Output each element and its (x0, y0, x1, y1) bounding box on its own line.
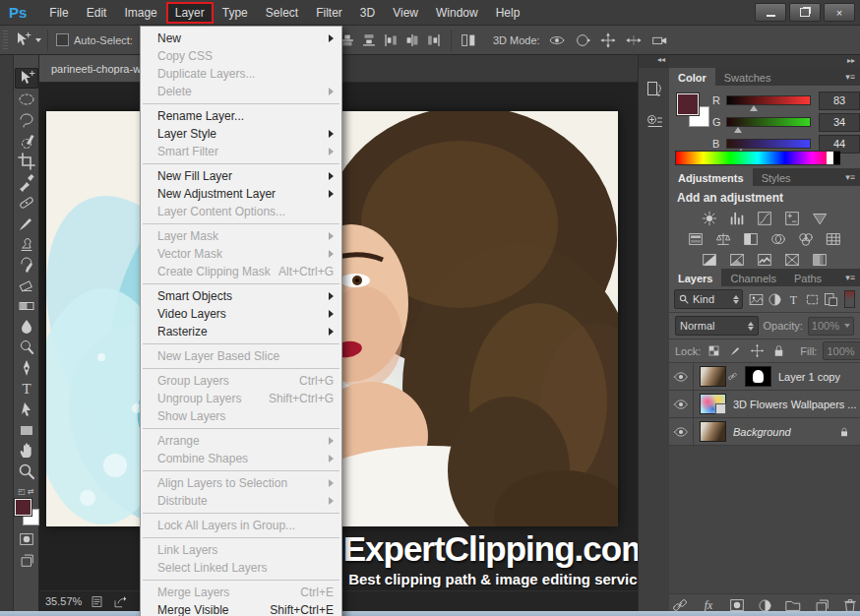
dodge-tool[interactable] (15, 337, 38, 357)
lock-position-icon[interactable] (750, 343, 765, 358)
gradient-map-icon[interactable] (810, 250, 830, 269)
blur-tool[interactable] (15, 316, 38, 337)
selective-color-icon[interactable] (782, 250, 803, 269)
3d-camera-icon[interactable] (648, 30, 670, 51)
crop-tool[interactable] (15, 151, 38, 171)
lock-paint-icon[interactable] (728, 343, 743, 358)
status-export-icon[interactable] (112, 594, 127, 609)
properties-panel-icon[interactable] (642, 109, 667, 135)
menu-view[interactable]: View (384, 2, 427, 24)
pen-tool[interactable] (15, 357, 38, 378)
menu-item-video-layers[interactable]: Video Layers (141, 305, 341, 323)
adjustments-tab-adjustments[interactable]: Adjustments (669, 168, 753, 186)
layers-panel-menu-icon[interactable]: ▾≡ (845, 269, 860, 286)
lasso-tool[interactable] (15, 109, 38, 130)
layers-tab-paths[interactable]: Paths (785, 269, 830, 286)
menu-item-merge-visible[interactable]: Merge VisibleShift+Ctrl+E (141, 601, 341, 616)
color-spectrum-ramp[interactable] (675, 151, 840, 165)
eraser-tool[interactable] (15, 275, 38, 295)
menu-window[interactable]: Window (427, 2, 487, 24)
gradient-tool[interactable] (15, 295, 38, 316)
eyedropper-tool[interactable] (15, 171, 38, 192)
color-tab-color[interactable]: Color (669, 68, 715, 86)
auto-select-checkbox[interactable] (56, 33, 69, 46)
menu-help[interactable]: Help (487, 2, 529, 24)
marquee-tool[interactable] (15, 89, 38, 109)
lock-transparent-icon[interactable] (706, 343, 721, 358)
menu-image[interactable]: Image (115, 2, 165, 24)
channel-mixer-icon[interactable] (796, 229, 817, 248)
channel-r-slider[interactable] (726, 95, 811, 105)
menu-edit[interactable]: Edit (78, 2, 116, 24)
exposure-icon[interactable] (782, 209, 803, 227)
status-doc-icon[interactable] (90, 594, 104, 609)
history-panel-icon[interactable] (642, 76, 667, 101)
filter-smart-objects-icon[interactable] (822, 290, 840, 308)
opacity-value[interactable]: 100% (808, 317, 854, 336)
clone-stamp-tool[interactable] (15, 233, 38, 254)
layer-name[interactable]: 3D Flowers Wallpapers ... (733, 399, 857, 410)
layer-row-3d-flowers-wallpapers[interactable]: 3D Flowers Wallpapers ... (669, 391, 860, 418)
layers-tab-layers[interactable]: Layers (669, 269, 721, 286)
hue-saturation-icon[interactable] (686, 229, 706, 248)
quick-selection-tool[interactable] (15, 130, 38, 151)
menu-item-layer-style[interactable]: Layer Style (141, 125, 341, 143)
expand-panels-icon[interactable]: ▸▸ (669, 55, 860, 68)
history-brush-tool[interactable] (15, 254, 38, 275)
white-cell[interactable] (827, 152, 833, 164)
layer-name[interactable]: Background (733, 426, 791, 438)
layer-mask-thumbnail[interactable] (745, 366, 771, 387)
lock-all-icon[interactable] (771, 343, 786, 358)
3d-roll-icon[interactable] (572, 30, 593, 51)
visibility-eye-icon[interactable] (673, 424, 689, 440)
threshold-icon[interactable] (755, 250, 775, 269)
color-tab-swatches[interactable]: Swatches (715, 68, 780, 86)
3d-orbit-icon[interactable] (546, 30, 568, 51)
path-selection-tool[interactable] (15, 399, 38, 419)
levels-icon[interactable] (727, 209, 748, 227)
zoom-level[interactable]: 35.57% (45, 595, 82, 607)
visibility-eye-icon[interactable] (673, 397, 689, 412)
slider-thumb-icon[interactable] (750, 105, 758, 111)
filter-type-layers-icon[interactable]: T (784, 290, 803, 308)
screen-mode-icon[interactable] (15, 549, 38, 570)
visibility-eye-icon[interactable] (673, 369, 689, 385)
channel-g-slider[interactable] (726, 117, 811, 127)
menu-file[interactable]: File (40, 2, 77, 24)
menu-item-new[interactable]: New (141, 30, 341, 47)
layer-thumbnail[interactable] (700, 366, 726, 387)
filter-kind-dropdown[interactable]: Kind (674, 289, 743, 309)
filter-pixel-layers-icon[interactable] (747, 290, 766, 308)
move-tool-options-icon[interactable] (12, 30, 33, 51)
align-bottom-edges-icon[interactable] (358, 30, 380, 51)
menu-3d[interactable]: 3D (351, 2, 384, 24)
menu-item-new-fill-layer[interactable]: New Fill Layer (141, 167, 341, 185)
menu-type[interactable]: Type (214, 2, 257, 24)
layer-row-background[interactable]: Background (669, 418, 860, 446)
photo-filter-icon[interactable] (768, 229, 789, 248)
distribute-left-icon[interactable] (380, 30, 401, 51)
menu-item-rasterize[interactable]: Rasterize (141, 323, 341, 340)
move-tool[interactable] (15, 68, 38, 89)
color-balance-icon[interactable] (713, 229, 734, 248)
menu-item-rename-layer[interactable]: Rename Layer... (141, 107, 341, 125)
layer-thumbnail[interactable] (700, 394, 726, 414)
menu-item-smart-objects[interactable]: Smart Objects (141, 287, 341, 305)
close-button[interactable]: × (824, 3, 855, 22)
distribute-center-icon[interactable] (401, 30, 423, 51)
healing-brush-tool[interactable] (15, 192, 38, 213)
minimize-button[interactable] (755, 3, 786, 22)
collapse-panels-icon[interactable]: ◂◂ (639, 55, 669, 68)
filter-adjustment-layers-icon[interactable] (766, 290, 784, 308)
3d-slide-icon[interactable] (623, 30, 645, 51)
menu-item-new-adjustment-layer[interactable]: New Adjustment Layer (141, 185, 341, 203)
menu-layer[interactable]: Layer (166, 2, 214, 24)
posterize-icon[interactable] (727, 250, 748, 269)
swap-colors-icon[interactable]: ◰ ⇄ (18, 485, 33, 497)
channel-b-slider[interactable] (726, 139, 811, 149)
invert-icon[interactable] (700, 250, 720, 269)
foreground-color-swatch[interactable] (15, 499, 31, 516)
menu-select[interactable]: Select (257, 2, 307, 24)
slider-thumb-icon[interactable] (734, 127, 742, 133)
curves-icon[interactable] (755, 209, 775, 227)
